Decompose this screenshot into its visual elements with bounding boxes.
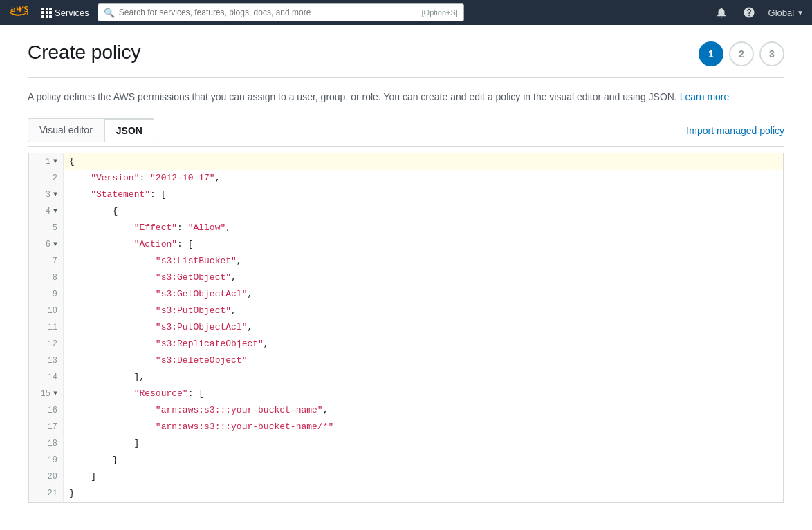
fold-arrow-4[interactable]: ▼ [53, 205, 57, 218]
line-number-18: 18 [29, 435, 64, 452]
visual-editor-tab[interactable]: Visual editor [28, 118, 104, 142]
code-content-15: "Resource": [ [64, 386, 210, 402]
line-number-11: 11 [29, 319, 64, 336]
line-number-21: 21 [29, 485, 64, 502]
code-line-17: 17 "arn:aws:s3:::your-bucket-name/*" [29, 419, 783, 435]
line-number-6: 6▼ [29, 236, 64, 253]
line-number-1: 1▼ [29, 153, 64, 170]
search-icon: 🔍 [104, 8, 115, 18]
notifications-icon[interactable] [713, 4, 730, 21]
fold-arrow-6[interactable]: ▼ [53, 238, 57, 252]
grid-icon [41, 8, 52, 18]
code-line-4: 4▼ { [29, 203, 783, 220]
import-managed-policy-link[interactable]: Import managed policy [686, 125, 784, 136]
line-number-10: 10 [29, 303, 64, 319]
line-number-17: 17 [29, 419, 64, 435]
code-line-11: 11 "s3:PutObjectAcl", [29, 319, 783, 336]
nav-right: Global ▼ [713, 4, 804, 21]
fold-arrow-1[interactable]: ▼ [53, 155, 57, 169]
code-content-6: "Action": [ [64, 236, 199, 253]
step-3: 3 [759, 41, 784, 66]
code-line-13: 13 "s3:DeleteObject" [29, 352, 783, 369]
code-line-12: 12 "s3:ReplicateObject", [29, 336, 783, 352]
line-number-9: 9 [29, 286, 64, 303]
line-number-15: 15▼ [29, 386, 64, 402]
line-number-5: 5 [29, 220, 64, 236]
code-line-6: 6▼ "Action": [ [29, 236, 783, 253]
tabs-row: Visual editor JSON Import managed policy [28, 118, 784, 142]
code-line-1: 1▼{ [29, 153, 783, 170]
step-2: 2 [729, 41, 754, 66]
search-input[interactable] [119, 8, 418, 17]
code-content-5: "Effect": "Allow", [64, 220, 237, 236]
code-content-20: ] [64, 469, 102, 485]
line-number-4: 4▼ [29, 203, 64, 220]
line-number-16: 16 [29, 402, 64, 419]
search-shortcut: [Option+S] [422, 8, 458, 17]
line-number-19: 19 [29, 452, 64, 469]
line-number-13: 13 [29, 352, 64, 369]
code-content-7: "s3:ListBucket", [64, 253, 248, 269]
tabs: Visual editor JSON [28, 118, 154, 142]
json-tab[interactable]: JSON [104, 118, 154, 142]
main-content: Create policy 1 2 3 A policy defines the… [0, 25, 812, 530]
code-editor-container: 1▼{2 "Version": "2012-10-17",3▼ "Stateme… [28, 146, 784, 503]
code-content-2: "Version": "2012-10-17", [64, 170, 225, 187]
code-line-7: 7 "s3:ListBucket", [29, 253, 783, 269]
code-content-9: "s3:GetObjectAcl", [64, 286, 258, 303]
line-number-12: 12 [29, 336, 64, 352]
code-line-19: 19 } [29, 452, 783, 469]
code-content-13: "s3:DeleteObject" [64, 352, 252, 369]
header-divider [28, 77, 784, 78]
code-editor[interactable]: 1▼{2 "Version": "2012-10-17",3▼ "Stateme… [28, 153, 784, 502]
code-line-2: 2 "Version": "2012-10-17", [29, 170, 783, 187]
code-content-21: } [64, 485, 80, 502]
code-content-16: "arn:aws:s3:::your-bucket-name", [64, 402, 333, 419]
services-label: Services [55, 8, 89, 18]
code-content-12: "s3:ReplicateObject", [64, 336, 275, 352]
step-indicators: 1 2 3 [699, 41, 784, 66]
code-line-8: 8 "s3:GetObject", [29, 269, 783, 286]
top-nav: Services 🔍 [Option+S] Global ▼ [0, 0, 812, 25]
code-content-19: } [64, 452, 123, 469]
code-content-4: { [64, 203, 123, 220]
line-number-3: 3▼ [29, 187, 64, 203]
code-line-10: 10 "s3:PutObject", [29, 303, 783, 319]
code-content-10: "s3:PutObject", [64, 303, 242, 319]
code-line-18: 18 ] [29, 435, 783, 452]
search-bar[interactable]: 🔍 [Option+S] [98, 3, 464, 21]
code-content-17: "arn:aws:s3:::your-bucket-name/*" [64, 419, 339, 435]
code-line-9: 9 "s3:GetObjectAcl", [29, 286, 783, 303]
code-content-8: "s3:GetObject", [64, 269, 242, 286]
code-content-11: "s3:PutObjectAcl", [64, 319, 258, 336]
code-content-1: { [64, 153, 80, 170]
help-icon[interactable] [741, 4, 757, 21]
code-line-15: 15▼ "Resource": [ [29, 386, 783, 402]
code-content-3: "Statement": [ [64, 187, 172, 203]
chevron-down-icon: ▼ [797, 9, 804, 17]
learn-more-link[interactable]: Learn more [680, 91, 730, 102]
line-number-14: 14 [29, 369, 64, 386]
fold-arrow-3[interactable]: ▼ [53, 188, 57, 202]
code-line-3: 3▼ "Statement": [ [29, 187, 783, 203]
aws-logo[interactable] [8, 5, 30, 20]
page-title: Create policy [28, 41, 140, 64]
line-number-2: 2 [29, 170, 64, 187]
code-content-18: ] [64, 435, 145, 452]
code-line-21: 21} [29, 485, 783, 502]
line-number-20: 20 [29, 469, 64, 485]
code-line-5: 5 "Effect": "Allow", [29, 220, 783, 236]
fold-arrow-15[interactable]: ▼ [53, 387, 57, 401]
code-line-20: 20 ] [29, 469, 783, 485]
services-menu[interactable]: Services [41, 8, 89, 18]
step-1: 1 [699, 41, 723, 66]
line-number-7: 7 [29, 253, 64, 269]
region-selector[interactable]: Global ▼ [768, 8, 804, 18]
global-label: Global [768, 8, 795, 18]
code-line-14: 14 ], [29, 369, 783, 386]
code-line-16: 16 "arn:aws:s3:::your-bucket-name", [29, 402, 783, 419]
description: A policy defines the AWS permissions tha… [28, 89, 784, 104]
line-number-8: 8 [29, 269, 64, 286]
description-text: A policy defines the AWS permissions tha… [28, 91, 677, 102]
page-header: Create policy 1 2 3 [28, 41, 784, 66]
